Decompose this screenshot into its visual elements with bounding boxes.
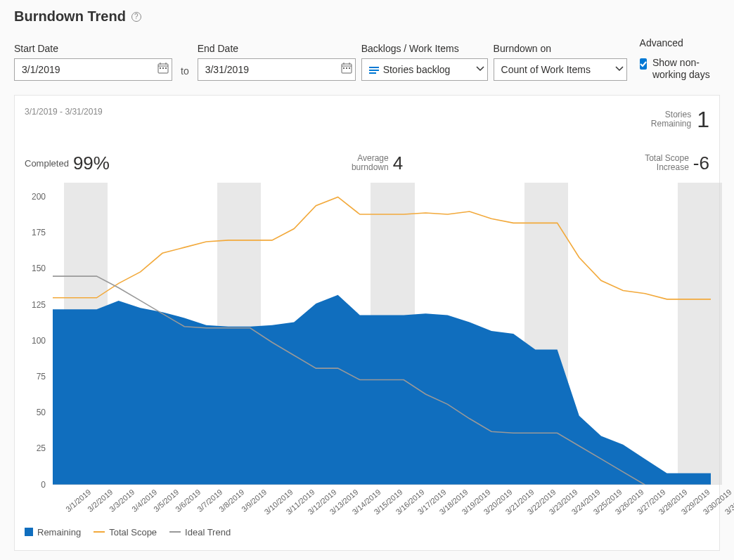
svg-rect-4 — [165, 67, 167, 69]
y-tick: 50 — [25, 408, 46, 417]
backlogs-value: Stories backlog — [383, 64, 451, 75]
chart-legend: Remaining Total Scope Ideal Trend — [25, 527, 709, 538]
total-scope-line — [53, 197, 711, 299]
start-date-input[interactable]: 3/1/2019 — [14, 58, 172, 81]
end-date-label: End Date — [198, 43, 356, 54]
completed-value: 99% — [73, 152, 110, 174]
end-date-input[interactable]: 3/31/2019 — [198, 58, 356, 81]
legend-totalscope-label: Total Scope — [109, 527, 157, 538]
y-tick: 100 — [25, 336, 46, 346]
burndown-on-dropdown[interactable]: Count of Work Items — [494, 58, 627, 81]
show-nonworking-checkbox[interactable] — [640, 58, 647, 70]
scope-increase-label2: Increase — [645, 163, 689, 172]
calendar-icon[interactable] — [341, 63, 352, 76]
start-date-label: Start Date — [14, 43, 172, 54]
page-title: Burndown Trend — [14, 8, 126, 25]
y-tick: 175 — [25, 228, 46, 237]
advanced-label: Advanced — [640, 37, 720, 48]
burndown-on-label: Burndown on — [494, 43, 627, 54]
to-separator: to — [172, 65, 198, 81]
legend-totalscope-swatch — [94, 531, 105, 533]
svg-rect-3 — [162, 67, 164, 69]
chevron-down-icon — [476, 64, 484, 75]
burndown-on-value: Count of Work Items — [501, 64, 591, 75]
svg-rect-10 — [346, 67, 347, 69]
svg-rect-9 — [343, 67, 345, 69]
backlogs-label: Backlogs / Work Items — [361, 43, 488, 54]
y-tick: 0 — [25, 480, 46, 490]
y-tick: 150 — [25, 263, 46, 273]
svg-rect-15 — [369, 70, 379, 71]
svg-rect-16 — [369, 72, 376, 74]
avg-burndown-label2: burndown — [352, 163, 389, 172]
stories-remaining-value: 1 — [697, 107, 709, 133]
svg-rect-11 — [349, 67, 350, 69]
svg-rect-14 — [369, 67, 379, 68]
help-icon[interactable]: ? — [131, 12, 141, 22]
show-nonworking-label: Show non-working days — [652, 57, 720, 81]
legend-ideal-label: Ideal Trend — [185, 527, 231, 538]
y-tick: 200 — [25, 192, 46, 202]
burndown-card: 3/1/2019 - 3/31/2019 Stories Remaining 1… — [14, 95, 720, 551]
chevron-down-icon — [615, 64, 624, 75]
y-tick: 75 — [25, 372, 46, 382]
backlogs-dropdown[interactable]: Stories backlog — [361, 58, 488, 81]
end-date-value: 3/31/2019 — [205, 64, 249, 75]
filter-bar: Start Date 3/1/2019 to End Date 3/31/201… — [14, 37, 720, 81]
backlog-icon — [369, 65, 379, 74]
legend-remaining-label: Remaining — [37, 527, 81, 538]
completed-label: Completed — [25, 158, 69, 169]
y-tick: 125 — [25, 300, 46, 310]
avg-burndown-value: 4 — [393, 152, 403, 174]
burndown-chart: 0255075100125150175200 3/1/20193/2/20193… — [25, 183, 711, 513]
svg-rect-2 — [160, 67, 161, 69]
remaining-area — [53, 294, 711, 484]
scope-increase-value: -6 — [693, 152, 709, 174]
start-date-value: 3/1/2019 — [22, 64, 60, 75]
y-tick: 25 — [25, 443, 46, 453]
legend-ideal-swatch — [169, 531, 181, 533]
remaining-label: Remaining — [651, 119, 691, 129]
calendar-icon[interactable] — [157, 63, 169, 76]
date-range-text: 3/1/2019 - 3/31/2019 — [25, 107, 103, 117]
legend-remaining-swatch — [25, 528, 33, 536]
